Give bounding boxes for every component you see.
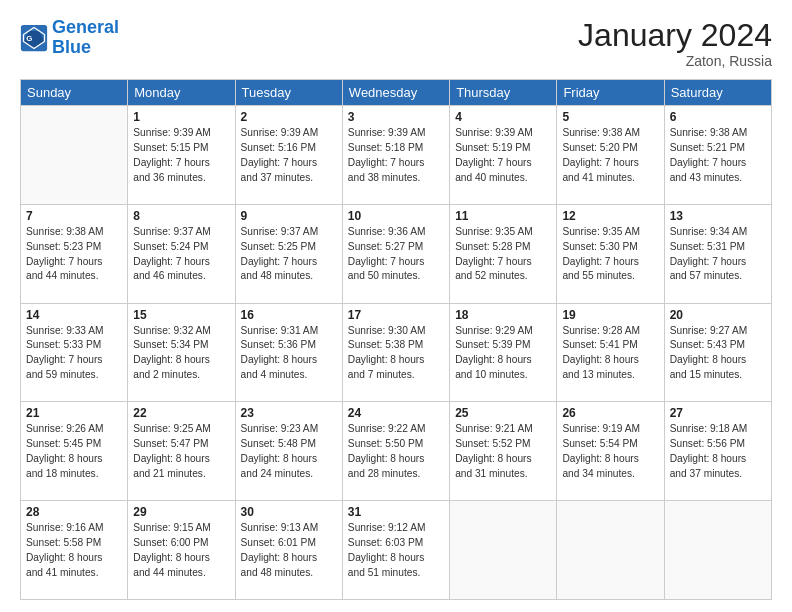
sunset-line: Sunset: 5:30 PM: [562, 240, 658, 255]
calendar-cell-w3d5: 26Sunrise: 9:19 AMSunset: 5:54 PMDayligh…: [557, 402, 664, 501]
calendar-cell-w3d6: 27Sunrise: 9:18 AMSunset: 5:56 PMDayligh…: [664, 402, 771, 501]
sunrise-line: Sunrise: 9:22 AM: [348, 422, 444, 437]
sunset-line: Sunset: 5:19 PM: [455, 141, 551, 156]
daylight-line2: and 50 minutes.: [348, 269, 444, 284]
daylight-line2: and 18 minutes.: [26, 467, 122, 482]
calendar-cell-w2d4: 18Sunrise: 9:29 AMSunset: 5:39 PMDayligh…: [450, 303, 557, 402]
daylight-line2: and 2 minutes.: [133, 368, 229, 383]
col-thursday: Thursday: [450, 80, 557, 106]
sunrise-line: Sunrise: 9:19 AM: [562, 422, 658, 437]
sunrise-line: Sunrise: 9:12 AM: [348, 521, 444, 536]
calendar-cell-w2d1: 15Sunrise: 9:32 AMSunset: 5:34 PMDayligh…: [128, 303, 235, 402]
sunset-line: Sunset: 5:39 PM: [455, 338, 551, 353]
calendar-cell-w1d5: 12Sunrise: 9:35 AMSunset: 5:30 PMDayligh…: [557, 204, 664, 303]
daylight-line2: and 36 minutes.: [133, 171, 229, 186]
daylight-line2: and 41 minutes.: [562, 171, 658, 186]
day-number: 4: [455, 110, 551, 124]
daylight-line1: Daylight: 8 hours: [133, 452, 229, 467]
daylight-line1: Daylight: 8 hours: [455, 452, 551, 467]
daylight-line1: Daylight: 7 hours: [133, 156, 229, 171]
day-number: 16: [241, 308, 337, 322]
calendar-cell-w3d4: 25Sunrise: 9:21 AMSunset: 5:52 PMDayligh…: [450, 402, 557, 501]
day-number: 27: [670, 406, 766, 420]
col-wednesday: Wednesday: [342, 80, 449, 106]
sunset-line: Sunset: 5:58 PM: [26, 536, 122, 551]
calendar-header-row: Sunday Monday Tuesday Wednesday Thursday…: [21, 80, 772, 106]
sunrise-line: Sunrise: 9:18 AM: [670, 422, 766, 437]
daylight-line2: and 44 minutes.: [133, 566, 229, 581]
sunrise-line: Sunrise: 9:25 AM: [133, 422, 229, 437]
calendar-cell-w0d0: [21, 106, 128, 205]
sunset-line: Sunset: 5:45 PM: [26, 437, 122, 452]
sunrise-line: Sunrise: 9:32 AM: [133, 324, 229, 339]
calendar-cell-w4d5: [557, 501, 664, 600]
daylight-line1: Daylight: 8 hours: [26, 551, 122, 566]
daylight-line1: Daylight: 8 hours: [562, 353, 658, 368]
sunrise-line: Sunrise: 9:39 AM: [348, 126, 444, 141]
daylight-line2: and 37 minutes.: [670, 467, 766, 482]
week-row-0: 1Sunrise: 9:39 AMSunset: 5:15 PMDaylight…: [21, 106, 772, 205]
sunset-line: Sunset: 5:36 PM: [241, 338, 337, 353]
sunset-line: Sunset: 5:28 PM: [455, 240, 551, 255]
daylight-line2: and 10 minutes.: [455, 368, 551, 383]
sunrise-line: Sunrise: 9:37 AM: [241, 225, 337, 240]
sunset-line: Sunset: 5:23 PM: [26, 240, 122, 255]
sunrise-line: Sunrise: 9:39 AM: [455, 126, 551, 141]
daylight-line2: and 55 minutes.: [562, 269, 658, 284]
day-number: 25: [455, 406, 551, 420]
sunrise-line: Sunrise: 9:33 AM: [26, 324, 122, 339]
daylight-line2: and 31 minutes.: [455, 467, 551, 482]
daylight-line2: and 52 minutes.: [455, 269, 551, 284]
calendar-cell-w1d2: 9Sunrise: 9:37 AMSunset: 5:25 PMDaylight…: [235, 204, 342, 303]
day-number: 24: [348, 406, 444, 420]
logo-blue: Blue: [52, 37, 91, 57]
sunset-line: Sunset: 5:54 PM: [562, 437, 658, 452]
sunrise-line: Sunrise: 9:36 AM: [348, 225, 444, 240]
day-number: 15: [133, 308, 229, 322]
sunrise-line: Sunrise: 9:38 AM: [562, 126, 658, 141]
day-number: 23: [241, 406, 337, 420]
calendar-cell-w4d2: 30Sunrise: 9:13 AMSunset: 6:01 PMDayligh…: [235, 501, 342, 600]
sunrise-line: Sunrise: 9:39 AM: [241, 126, 337, 141]
day-number: 29: [133, 505, 229, 519]
sunset-line: Sunset: 5:20 PM: [562, 141, 658, 156]
page: G General Blue January 2024 Zaton, Russi…: [0, 0, 792, 612]
daylight-line1: Daylight: 7 hours: [348, 156, 444, 171]
daylight-line1: Daylight: 7 hours: [562, 156, 658, 171]
calendar-cell-w4d4: [450, 501, 557, 600]
daylight-line1: Daylight: 8 hours: [670, 452, 766, 467]
logo-general: General: [52, 17, 119, 37]
daylight-line1: Daylight: 8 hours: [133, 551, 229, 566]
day-number: 19: [562, 308, 658, 322]
sunrise-line: Sunrise: 9:26 AM: [26, 422, 122, 437]
sunset-line: Sunset: 5:18 PM: [348, 141, 444, 156]
sunset-line: Sunset: 5:15 PM: [133, 141, 229, 156]
calendar-cell-w1d4: 11Sunrise: 9:35 AMSunset: 5:28 PMDayligh…: [450, 204, 557, 303]
col-friday: Friday: [557, 80, 664, 106]
day-number: 3: [348, 110, 444, 124]
calendar-cell-w4d1: 29Sunrise: 9:15 AMSunset: 6:00 PMDayligh…: [128, 501, 235, 600]
day-number: 21: [26, 406, 122, 420]
sunrise-line: Sunrise: 9:21 AM: [455, 422, 551, 437]
logo: G General Blue: [20, 18, 119, 58]
col-monday: Monday: [128, 80, 235, 106]
sunset-line: Sunset: 6:01 PM: [241, 536, 337, 551]
month-title: January 2024: [578, 18, 772, 53]
title-block: January 2024 Zaton, Russia: [578, 18, 772, 69]
week-row-4: 28Sunrise: 9:16 AMSunset: 5:58 PMDayligh…: [21, 501, 772, 600]
sunset-line: Sunset: 5:56 PM: [670, 437, 766, 452]
sunset-line: Sunset: 5:52 PM: [455, 437, 551, 452]
daylight-line2: and 38 minutes.: [348, 171, 444, 186]
calendar-cell-w1d3: 10Sunrise: 9:36 AMSunset: 5:27 PMDayligh…: [342, 204, 449, 303]
sunrise-line: Sunrise: 9:27 AM: [670, 324, 766, 339]
daylight-line1: Daylight: 7 hours: [562, 255, 658, 270]
day-number: 31: [348, 505, 444, 519]
daylight-line1: Daylight: 8 hours: [348, 452, 444, 467]
sunset-line: Sunset: 5:16 PM: [241, 141, 337, 156]
daylight-line1: Daylight: 7 hours: [455, 156, 551, 171]
daylight-line2: and 48 minutes.: [241, 566, 337, 581]
col-sunday: Sunday: [21, 80, 128, 106]
sunset-line: Sunset: 5:21 PM: [670, 141, 766, 156]
calendar-cell-w0d1: 1Sunrise: 9:39 AMSunset: 5:15 PMDaylight…: [128, 106, 235, 205]
daylight-line2: and 41 minutes.: [26, 566, 122, 581]
